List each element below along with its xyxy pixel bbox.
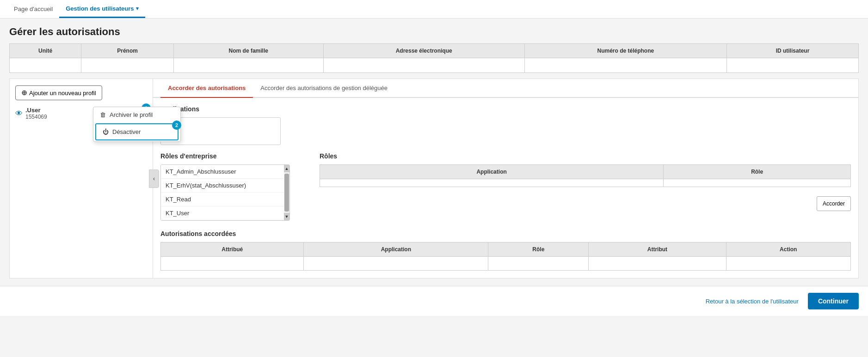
scroll-thumb[interactable] bbox=[284, 174, 289, 212]
right-panel: Accorder des autorisations Accorder des … bbox=[153, 79, 859, 278]
nav-home[interactable]: Page d'accueil bbox=[7, 0, 59, 18]
scroll-up[interactable]: ▲ bbox=[284, 165, 289, 172]
top-navigation: Page d'accueil Gestion des utilisateurs … bbox=[0, 0, 868, 18]
roles-role-cell bbox=[664, 179, 851, 187]
enterprise-roles-col: Rôles d'entreprise KT_Admin_Abschlussuse… bbox=[160, 152, 308, 221]
cell-email bbox=[323, 58, 524, 73]
auth-col-attribut: Attribut bbox=[589, 242, 726, 257]
archive-profile-item[interactable]: 🗑 Archiver le profil bbox=[93, 107, 180, 122]
roles-section: Rôles d'entreprise KT_Admin_Abschlussuse… bbox=[160, 152, 851, 221]
roles-col-role: Rôle bbox=[664, 165, 851, 179]
main-layout: ⊕ Ajouter un nouveau profil 👁 .User 1554… bbox=[9, 79, 859, 278]
profile-dropdown-menu: 🗑 Archiver le profil ⏻ Désactiver 2 bbox=[93, 107, 181, 142]
archive-label: Archiver le profil bbox=[110, 111, 153, 118]
left-panel: ⊕ Ajouter un nouveau profil 👁 .User 1554… bbox=[9, 79, 153, 278]
accorder-button[interactable]: Accorder bbox=[817, 196, 851, 211]
auth-action-cell bbox=[726, 257, 851, 271]
page-title: Gérer les autorisations bbox=[9, 26, 859, 38]
scrollbar: ▲ ▼ bbox=[284, 165, 289, 220]
back-link[interactable]: Retour à la sélection de l'utilisateur bbox=[706, 298, 799, 305]
roles-col: Rôles Application Rôle bbox=[320, 152, 851, 211]
col-unite: Unité bbox=[10, 44, 81, 58]
cell-unite bbox=[10, 58, 81, 73]
scroll-down[interactable]: ▼ bbox=[284, 213, 289, 220]
list-item[interactable]: KT_Read bbox=[161, 193, 289, 206]
toggle-visibility-icon[interactable]: 👁 bbox=[15, 109, 23, 118]
roles-col-application: Application bbox=[320, 165, 664, 179]
auth-col-role: Rôle bbox=[488, 242, 589, 257]
right-panel-content: Applications Rôles d'entreprise KT_Admin… bbox=[153, 98, 858, 278]
auth-attribue-cell bbox=[161, 257, 304, 271]
auth-attribut-cell bbox=[589, 257, 726, 271]
col-id: ID utilisateur bbox=[726, 44, 858, 58]
chevron-down-icon: ▾ bbox=[136, 6, 139, 12]
col-prenom: Prénom bbox=[81, 44, 174, 58]
deactivate-label: Désactiver bbox=[112, 128, 141, 135]
auth-col-attribue: Attribué bbox=[161, 242, 304, 257]
auth-col-action: Action bbox=[726, 242, 851, 257]
applications-title: Applications bbox=[160, 105, 851, 113]
tab-grant-authorizations[interactable]: Accorder des autorisations bbox=[160, 79, 253, 98]
col-nom: Nom de famille bbox=[174, 44, 324, 58]
enterprise-roles-title: Rôles d'entreprise bbox=[160, 152, 308, 160]
auth-table: Attribué Application Rôle Attribut Actio… bbox=[160, 242, 851, 271]
auth-role-cell bbox=[488, 257, 589, 271]
cell-phone bbox=[524, 58, 726, 73]
badge-2: 2 bbox=[172, 121, 181, 130]
list-item[interactable]: KT_Admin_Abschlussuser bbox=[161, 165, 289, 179]
enterprise-roles-list: KT_Admin_Abschlussuser KT_ErhV(stat_Absc… bbox=[160, 164, 290, 221]
tab-delegated-authorizations[interactable]: Accorder des autorisations de gestion dé… bbox=[253, 79, 395, 98]
collapse-panel-button[interactable]: ‹ bbox=[149, 169, 159, 188]
roles-app-cell bbox=[320, 179, 664, 187]
user-table: Unité Prénom Nom de famille Adresse élec… bbox=[9, 43, 859, 73]
tabs-bar: Accorder des autorisations Accorder des … bbox=[153, 79, 858, 98]
list-item[interactable]: KT_ErhV(stat_Abschlussuser) bbox=[161, 179, 289, 193]
nav-user-management-label: Gestion des utilisateurs bbox=[66, 5, 134, 12]
plus-icon: ⊕ bbox=[21, 89, 27, 97]
roles-table: Application Rôle bbox=[320, 164, 851, 187]
add-profile-label: Ajouter un nouveau profil bbox=[29, 90, 96, 97]
granted-authorizations-section: Autorisations accordées Attribué Applica… bbox=[160, 230, 851, 271]
cell-prenom bbox=[81, 58, 174, 73]
cell-nom bbox=[174, 58, 324, 73]
auth-application-cell bbox=[304, 257, 488, 271]
roles-list-scroll: KT_Admin_Abschlussuser KT_ErhV(stat_Absc… bbox=[161, 165, 289, 220]
bottom-bar: Retour à la sélection de l'utilisateur C… bbox=[0, 286, 868, 316]
continuer-button[interactable]: Continuer bbox=[808, 293, 859, 309]
list-item[interactable]: KT_User bbox=[161, 206, 289, 220]
roles-title: Rôles bbox=[320, 152, 851, 160]
col-email: Adresse électronique bbox=[323, 44, 524, 58]
nav-user-management[interactable]: Gestion des utilisateurs ▾ bbox=[59, 0, 145, 18]
col-phone: Numéro de téléphone bbox=[524, 44, 726, 58]
deactivate-item[interactable]: ⏻ Désactiver 2 bbox=[95, 123, 179, 140]
auth-col-application: Application bbox=[304, 242, 488, 257]
cell-user-id bbox=[726, 58, 858, 73]
add-profile-button[interactable]: ⊕ Ajouter un nouveau profil bbox=[15, 85, 102, 100]
page-content: Gérer les autorisations Unité Prénom Nom… bbox=[0, 18, 868, 286]
deactivate-icon: ⏻ bbox=[103, 128, 109, 135]
auth-section-title: Autorisations accordées bbox=[160, 230, 851, 237]
trash-icon: 🗑 bbox=[100, 111, 106, 118]
